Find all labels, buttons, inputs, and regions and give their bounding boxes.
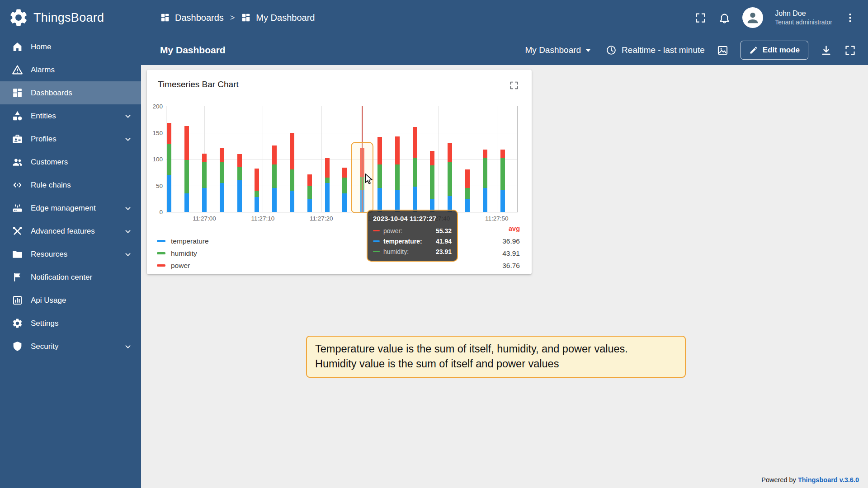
bar-segment-temperature	[184, 193, 189, 212]
sidebar-item-label: Customers	[31, 158, 68, 167]
legend-item-temperature[interactable]: temperature	[157, 235, 209, 247]
thingsboard-logo-icon	[8, 7, 29, 28]
thingsboard-version-link[interactable]: Thingsboard v.3.6.0	[798, 476, 859, 483]
stacked-bar[interactable]	[395, 106, 400, 212]
bar-segment-temperature	[272, 188, 277, 212]
logo[interactable]: ThingsBoard	[0, 0, 141, 35]
sidebar-item-customers[interactable]: Customers	[0, 150, 141, 174]
stacked-bar[interactable]	[448, 106, 452, 212]
alarms-icon	[12, 64, 23, 75]
x-tick-label: 11:27:00	[193, 215, 216, 222]
chevron-down-icon	[123, 111, 133, 121]
avatar[interactable]	[742, 7, 763, 28]
breadcrumb-item-my-dashboard[interactable]: My Dashboard	[241, 13, 315, 23]
stacked-bar[interactable]	[342, 106, 347, 212]
main-column: Dashboards>My Dashboard John Doe Tenant …	[141, 0, 868, 488]
dashboards-icon	[241, 13, 251, 23]
breadcrumb: Dashboards>My Dashboard	[160, 13, 315, 23]
breadcrumb-label: My Dashboard	[256, 13, 315, 23]
sidebar-item-profiles[interactable]: Profiles	[0, 127, 141, 150]
bar-segment-power	[220, 148, 224, 161]
legend-item-humidity[interactable]: humidity	[157, 247, 209, 259]
person-icon	[745, 10, 760, 25]
x-tick-label: 11:27:50	[485, 215, 509, 222]
clock-icon	[605, 44, 617, 56]
sidebar-item-edge-management[interactable]: Edge management	[0, 197, 141, 220]
stacked-bar[interactable]	[500, 106, 505, 212]
edit-mode-button[interactable]: Edit mode	[741, 41, 808, 60]
widget-expand-button[interactable]	[509, 80, 519, 90]
bar-segment-power	[465, 169, 470, 188]
stacked-bar[interactable]	[202, 106, 207, 212]
fullscreen-button[interactable]	[694, 12, 707, 24]
bar-segment-temperature	[255, 197, 259, 212]
stacked-bar[interactable]	[220, 106, 224, 212]
more-menu-button[interactable]	[844, 12, 856, 24]
chevron-down-icon	[123, 134, 133, 144]
stacked-bar[interactable]	[325, 106, 330, 212]
sidebar-item-dashboards[interactable]: Dashboards	[0, 81, 141, 104]
bar-segment-power	[448, 143, 452, 162]
bar-segment-power	[500, 150, 505, 158]
powered-by-text: Powered by	[761, 476, 798, 483]
brand-name: ThingsBoard	[33, 11, 104, 25]
sidebar-item-alarms[interactable]: Alarms	[0, 58, 141, 81]
resources-icon	[12, 249, 23, 260]
sidebar-item-home[interactable]: Home	[0, 35, 141, 58]
tooltip-row-humidity: humidity:23.91	[373, 246, 452, 257]
stacked-bar[interactable]	[430, 106, 434, 212]
sidebar-item-security[interactable]: Security	[0, 335, 141, 358]
bar-segment-power	[167, 123, 171, 144]
bar-segment-humidity	[202, 162, 207, 188]
chevron-down-icon	[123, 342, 133, 352]
bar-segment-humidity	[272, 164, 277, 188]
sidebar-item-label: Advanced features	[31, 227, 95, 236]
bar-segment-humidity	[325, 178, 330, 183]
stacked-bar[interactable]	[307, 106, 312, 212]
timewindow-button[interactable]: Realtime - last minute	[605, 44, 705, 56]
sidebar-item-notification-center[interactable]: Notification center	[0, 266, 141, 289]
stacked-bar[interactable]	[290, 106, 294, 212]
sidebar-item-settings[interactable]: Settings	[0, 312, 141, 335]
stacked-bar[interactable]	[465, 106, 470, 212]
chart-tooltip: 2023-10-04 11:27:27 power:55.32temperatu…	[367, 210, 458, 262]
tooltip-series-value: 41.94	[436, 238, 452, 245]
sidebar-item-label: Api Usage	[31, 296, 66, 305]
dashboard-select[interactable]: My Dashboard	[525, 45, 594, 56]
sidebar-item-resources[interactable]: Resources	[0, 243, 141, 266]
stacked-bar[interactable]	[255, 106, 259, 212]
bar-segment-humidity	[290, 169, 294, 191]
bar-segment-temperature	[325, 183, 330, 212]
breadcrumb-item-dashboards[interactable]: Dashboards	[160, 13, 224, 23]
y-tick-label: 50	[156, 182, 163, 189]
notifications-button[interactable]	[718, 12, 731, 24]
legend-item-power[interactable]: power	[157, 259, 209, 272]
mouse-cursor-icon	[363, 173, 375, 185]
stacked-bar[interactable]	[413, 106, 417, 212]
stacked-bar[interactable]	[483, 106, 487, 212]
customers-icon	[12, 156, 23, 168]
image-button[interactable]	[717, 44, 729, 56]
sidebar-item-advanced-features[interactable]: Advanced features	[0, 220, 141, 243]
stacked-bar[interactable]	[184, 106, 189, 212]
sidebar-item-entities[interactable]: Entities	[0, 104, 141, 127]
notification-center-icon	[12, 272, 23, 283]
sidebar-item-api-usage[interactable]: Api Usage	[0, 289, 141, 312]
kebab-icon	[844, 12, 856, 24]
bar-chart-plot[interactable]: 11:27:0011:27:1011:27:2011:27:3011:27:40…	[166, 106, 518, 212]
y-tick-label: 150	[152, 129, 163, 136]
edge-management-icon	[12, 202, 23, 214]
bar-segment-power	[413, 127, 417, 158]
stacked-bar[interactable]	[272, 106, 277, 212]
tooltip-series-value: 55.32	[436, 227, 452, 235]
sidebar-item-rule-chains[interactable]: Rule chains	[0, 174, 141, 197]
dashboards-icon	[12, 87, 23, 99]
toolbar-fullscreen-button[interactable]	[844, 44, 856, 56]
gridline-horizontal	[166, 159, 517, 160]
stacked-bar[interactable]	[167, 106, 171, 212]
bar-segment-humidity	[465, 188, 470, 198]
bar-segment-temperature	[167, 175, 171, 212]
download-button[interactable]	[820, 44, 832, 56]
stacked-bar[interactable]	[237, 106, 242, 212]
stacked-bar[interactable]	[377, 106, 382, 212]
